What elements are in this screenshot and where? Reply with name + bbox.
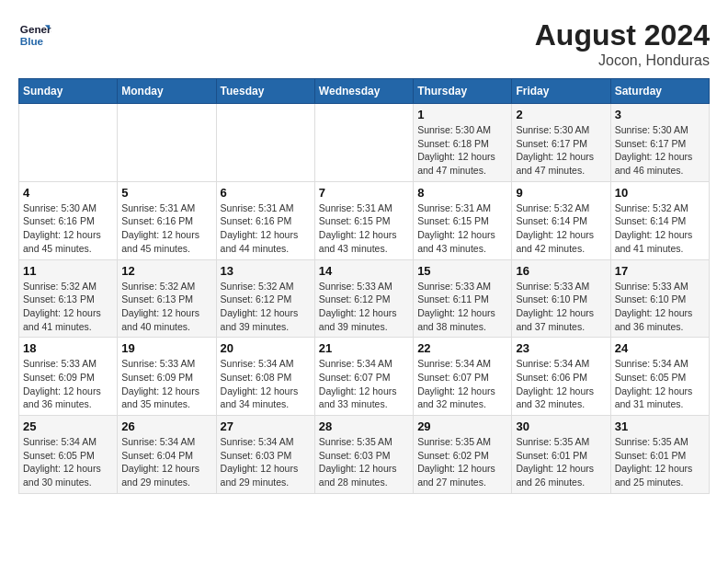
- day-cell: 4Sunrise: 5:30 AM Sunset: 6:16 PM Daylig…: [19, 181, 118, 259]
- day-cell: 28Sunrise: 5:35 AM Sunset: 6:03 PM Dayli…: [314, 416, 413, 494]
- week-row-1: 1Sunrise: 5:30 AM Sunset: 6:18 PM Daylig…: [19, 104, 710, 182]
- day-info: Sunrise: 5:32 AM Sunset: 6:13 PM Dayligh…: [23, 280, 113, 334]
- svg-text:Blue: Blue: [20, 35, 44, 47]
- day-cell: 18Sunrise: 5:33 AM Sunset: 6:09 PM Dayli…: [19, 338, 118, 416]
- week-row-2: 4Sunrise: 5:30 AM Sunset: 6:16 PM Daylig…: [19, 181, 710, 259]
- week-row-5: 25Sunrise: 5:34 AM Sunset: 6:05 PM Dayli…: [19, 416, 710, 494]
- day-number: 8: [417, 186, 507, 200]
- day-cell: 13Sunrise: 5:32 AM Sunset: 6:12 PM Dayli…: [216, 259, 314, 338]
- day-info: Sunrise: 5:34 AM Sunset: 6:07 PM Dayligh…: [417, 357, 507, 411]
- page-subtitle: Jocon, Honduras: [535, 52, 710, 69]
- day-info: Sunrise: 5:32 AM Sunset: 6:13 PM Dayligh…: [121, 280, 211, 334]
- day-cell: [118, 104, 216, 182]
- day-info: Sunrise: 5:30 AM Sunset: 6:18 PM Dayligh…: [417, 123, 507, 178]
- day-cell: 27Sunrise: 5:34 AM Sunset: 6:03 PM Dayli…: [216, 416, 314, 494]
- col-header-thursday: Thursday: [414, 79, 512, 104]
- day-number: 20: [221, 341, 311, 355]
- day-info: Sunrise: 5:34 AM Sunset: 6:07 PM Dayligh…: [319, 357, 409, 411]
- day-number: 31: [615, 419, 705, 433]
- day-info: Sunrise: 5:33 AM Sunset: 6:09 PM Dayligh…: [23, 357, 113, 411]
- day-number: 30: [516, 419, 606, 433]
- day-info: Sunrise: 5:30 AM Sunset: 6:17 PM Dayligh…: [516, 123, 606, 178]
- day-number: 6: [221, 186, 311, 200]
- day-number: 27: [221, 419, 311, 433]
- day-number: 19: [121, 341, 211, 355]
- header-row: SundayMondayTuesdayWednesdayThursdayFrid…: [19, 79, 710, 104]
- day-number: 3: [615, 108, 705, 121]
- day-number: 15: [417, 264, 507, 278]
- day-cell: 23Sunrise: 5:34 AM Sunset: 6:06 PM Dayli…: [512, 338, 610, 416]
- day-cell: 5Sunrise: 5:31 AM Sunset: 6:16 PM Daylig…: [118, 181, 216, 259]
- day-cell: 20Sunrise: 5:34 AM Sunset: 6:08 PM Dayli…: [216, 338, 314, 416]
- day-info: Sunrise: 5:32 AM Sunset: 6:14 PM Dayligh…: [615, 201, 705, 256]
- day-cell: [216, 104, 314, 182]
- day-info: Sunrise: 5:34 AM Sunset: 6:05 PM Dayligh…: [615, 357, 705, 411]
- day-number: 9: [516, 186, 606, 200]
- day-cell: 12Sunrise: 5:32 AM Sunset: 6:13 PM Dayli…: [118, 259, 216, 338]
- day-info: Sunrise: 5:34 AM Sunset: 6:05 PM Dayligh…: [23, 435, 113, 489]
- day-cell: 14Sunrise: 5:33 AM Sunset: 6:12 PM Dayli…: [314, 259, 413, 338]
- day-cell: 2Sunrise: 5:30 AM Sunset: 6:17 PM Daylig…: [512, 104, 610, 182]
- day-info: Sunrise: 5:35 AM Sunset: 6:02 PM Dayligh…: [417, 435, 507, 489]
- col-header-monday: Monday: [118, 79, 216, 104]
- col-header-saturday: Saturday: [610, 79, 709, 104]
- col-header-tuesday: Tuesday: [216, 79, 314, 104]
- day-number: 10: [615, 186, 705, 200]
- day-number: 29: [417, 419, 507, 433]
- day-number: 16: [516, 264, 606, 278]
- day-number: 25: [23, 419, 113, 433]
- day-info: Sunrise: 5:35 AM Sunset: 6:01 PM Dayligh…: [615, 435, 705, 489]
- day-number: 26: [121, 419, 211, 433]
- day-cell: 7Sunrise: 5:31 AM Sunset: 6:15 PM Daylig…: [314, 181, 413, 259]
- day-number: 23: [516, 341, 606, 355]
- day-cell: 19Sunrise: 5:33 AM Sunset: 6:09 PM Dayli…: [118, 338, 216, 416]
- day-info: Sunrise: 5:33 AM Sunset: 6:10 PM Dayligh…: [516, 280, 606, 334]
- col-header-wednesday: Wednesday: [314, 79, 413, 104]
- day-info: Sunrise: 5:32 AM Sunset: 6:12 PM Dayligh…: [221, 280, 311, 334]
- day-info: Sunrise: 5:33 AM Sunset: 6:10 PM Dayligh…: [615, 280, 705, 334]
- day-cell: 30Sunrise: 5:35 AM Sunset: 6:01 PM Dayli…: [512, 416, 610, 494]
- day-number: 17: [615, 264, 705, 278]
- day-info: Sunrise: 5:35 AM Sunset: 6:03 PM Dayligh…: [319, 435, 409, 489]
- day-info: Sunrise: 5:33 AM Sunset: 6:12 PM Dayligh…: [319, 280, 409, 334]
- day-info: Sunrise: 5:35 AM Sunset: 6:01 PM Dayligh…: [516, 435, 606, 489]
- day-cell: 1Sunrise: 5:30 AM Sunset: 6:18 PM Daylig…: [414, 104, 512, 182]
- day-info: Sunrise: 5:31 AM Sunset: 6:16 PM Dayligh…: [221, 201, 311, 256]
- day-cell: 31Sunrise: 5:35 AM Sunset: 6:01 PM Dayli…: [610, 416, 709, 494]
- page-title: August 2024: [535, 18, 710, 52]
- col-header-friday: Friday: [512, 79, 610, 104]
- day-number: 22: [417, 341, 507, 355]
- week-row-4: 18Sunrise: 5:33 AM Sunset: 6:09 PM Dayli…: [19, 338, 710, 416]
- day-cell: 29Sunrise: 5:35 AM Sunset: 6:02 PM Dayli…: [414, 416, 512, 494]
- day-cell: 3Sunrise: 5:30 AM Sunset: 6:17 PM Daylig…: [610, 104, 709, 182]
- day-info: Sunrise: 5:34 AM Sunset: 6:03 PM Dayligh…: [221, 435, 311, 489]
- day-cell: 25Sunrise: 5:34 AM Sunset: 6:05 PM Dayli…: [19, 416, 118, 494]
- day-info: Sunrise: 5:34 AM Sunset: 6:06 PM Dayligh…: [516, 357, 606, 411]
- day-number: 11: [23, 264, 113, 278]
- day-number: 7: [319, 186, 409, 200]
- day-info: Sunrise: 5:30 AM Sunset: 6:17 PM Dayligh…: [615, 123, 705, 178]
- day-info: Sunrise: 5:32 AM Sunset: 6:14 PM Dayligh…: [516, 201, 606, 256]
- day-cell: 9Sunrise: 5:32 AM Sunset: 6:14 PM Daylig…: [512, 181, 610, 259]
- day-info: Sunrise: 5:33 AM Sunset: 6:09 PM Dayligh…: [121, 357, 211, 411]
- day-info: Sunrise: 5:31 AM Sunset: 6:15 PM Dayligh…: [417, 201, 507, 256]
- day-number: 21: [319, 341, 409, 355]
- day-info: Sunrise: 5:31 AM Sunset: 6:15 PM Dayligh…: [319, 201, 409, 256]
- day-info: Sunrise: 5:31 AM Sunset: 6:16 PM Dayligh…: [121, 201, 211, 256]
- day-number: 5: [121, 186, 211, 200]
- logo: General Blue: [18, 18, 51, 52]
- day-info: Sunrise: 5:34 AM Sunset: 6:08 PM Dayligh…: [221, 357, 311, 411]
- day-cell: 26Sunrise: 5:34 AM Sunset: 6:04 PM Dayli…: [118, 416, 216, 494]
- day-cell: 24Sunrise: 5:34 AM Sunset: 6:05 PM Dayli…: [610, 338, 709, 416]
- day-cell: 22Sunrise: 5:34 AM Sunset: 6:07 PM Dayli…: [414, 338, 512, 416]
- col-header-sunday: Sunday: [19, 79, 118, 104]
- day-cell: 10Sunrise: 5:32 AM Sunset: 6:14 PM Dayli…: [610, 181, 709, 259]
- day-number: 24: [615, 341, 705, 355]
- day-cell: 15Sunrise: 5:33 AM Sunset: 6:11 PM Dayli…: [414, 259, 512, 338]
- svg-text:General: General: [20, 23, 51, 35]
- day-number: 18: [23, 341, 113, 355]
- day-cell: 8Sunrise: 5:31 AM Sunset: 6:15 PM Daylig…: [414, 181, 512, 259]
- day-number: 1: [417, 108, 507, 121]
- day-info: Sunrise: 5:33 AM Sunset: 6:11 PM Dayligh…: [417, 280, 507, 334]
- title-block: August 2024 Jocon, Honduras: [535, 18, 710, 69]
